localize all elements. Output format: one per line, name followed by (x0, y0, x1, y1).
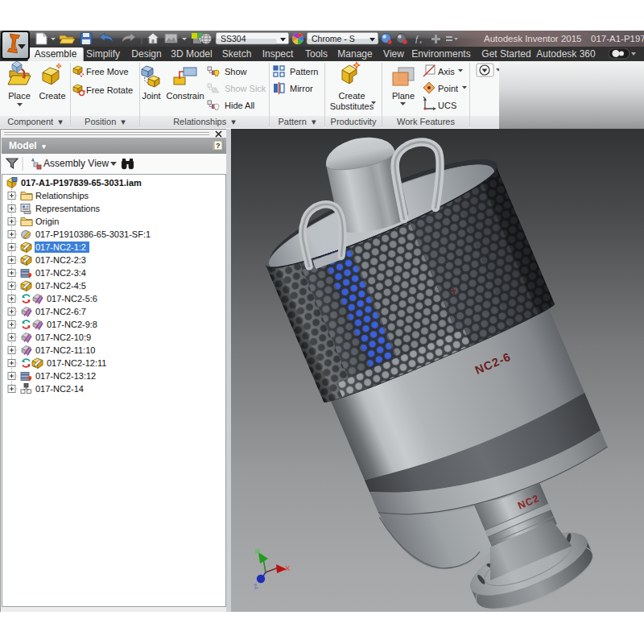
svg-text:UCS: UCS (438, 101, 456, 110)
svg-text:Origin: Origin (35, 217, 59, 226)
svg-text:017-NC2-4:5: 017-NC2-4:5 (35, 281, 86, 291)
svg-text:017-NC2-6:7: 017-NC2-6:7 (35, 307, 86, 316)
svg-text:x: x (419, 39, 423, 45)
svg-text:Plane: Plane (392, 91, 415, 101)
svg-text:Constrain: Constrain (166, 91, 204, 101)
svg-text:Show Sick: Show Sick (225, 84, 266, 93)
svg-text:Assembly View: Assembly View (43, 158, 109, 169)
svg-text:Representations: Representations (35, 204, 101, 213)
svg-text:Create: Create (39, 91, 65, 101)
svg-text:?: ? (216, 142, 221, 150)
svg-text:017-P1910386-65-3031-SF:1: 017-P1910386-65-3031-SF:1 (35, 229, 151, 239)
svg-text:017-NC2-14: 017-NC2-14 (35, 384, 84, 394)
svg-text:Point: Point (438, 84, 458, 93)
svg-text:Joint: Joint (142, 91, 160, 101)
svg-text:Show: Show (225, 67, 247, 76)
svg-text:017-NC2-5:6: 017-NC2-5:6 (47, 294, 97, 303)
svg-text:Hide All: Hide All (225, 101, 254, 110)
svg-text:Chrome - S: Chrome - S (312, 34, 355, 43)
svg-text:017-NC2-12:11: 017-NC2-12:11 (47, 358, 106, 368)
svg-text:017-NC2-9:8: 017-NC2-9:8 (47, 320, 97, 329)
svg-text:Mirror: Mirror (290, 84, 313, 93)
svg-text:X: X (285, 564, 291, 572)
svg-text:Place: Place (8, 91, 31, 101)
svg-text:SS304: SS304 (221, 34, 246, 43)
svg-text:Substitutes: Substitutes (330, 101, 374, 111)
svg-text:Free Move: Free Move (86, 67, 129, 76)
svg-text:Create: Create (338, 91, 365, 101)
svg-text:017-NC2-10:9: 017-NC2-10:9 (35, 332, 91, 342)
svg-text:017-NC2-11:10: 017-NC2-11:10 (35, 345, 95, 355)
svg-text:017-A1-P197839-65-3031.iam: 017-A1-P197839-65-3031.iam (21, 178, 142, 188)
svg-text:017-NC2-13:12: 017-NC2-13:12 (35, 371, 96, 381)
svg-text:017-NC2-3:4: 017-NC2-3:4 (35, 268, 86, 278)
svg-text:Axis: Axis (438, 67, 455, 76)
svg-text:Pattern: Pattern (290, 67, 318, 76)
svg-text:Relationships: Relationships (35, 191, 89, 200)
svg-text:017-NC2-2:3: 017-NC2-2:3 (35, 255, 86, 265)
svg-text:Free Rotate: Free Rotate (86, 85, 133, 95)
svg-text:017-NC2-1:2: 017-NC2-1:2 (35, 242, 86, 252)
